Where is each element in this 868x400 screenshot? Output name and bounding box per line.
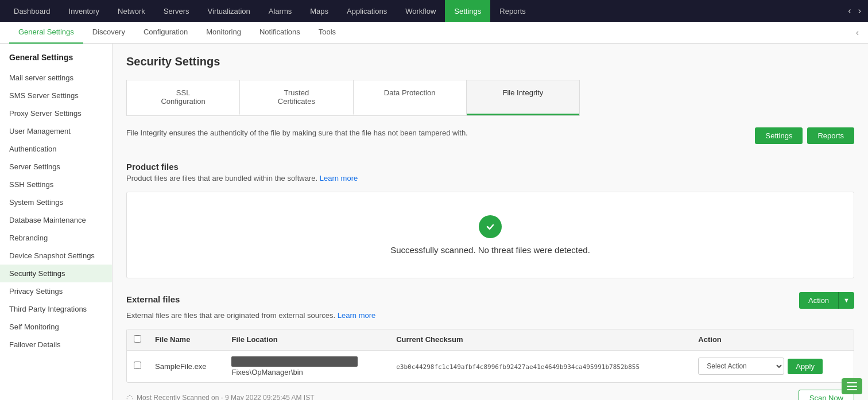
sub-navigation: General Settings Discovery Configuration… <box>0 22 868 44</box>
sidebar: General Settings Mail server settings SM… <box>0 44 113 400</box>
table-row: SampleFile.exe Fixes\OpManager\bin e3b0c… <box>127 350 854 382</box>
svg-rect-2 <box>847 389 857 390</box>
page-layout: General Settings Mail server settings SM… <box>0 44 868 400</box>
tab-trusted-certificates[interactable]: TrustedCertificates <box>240 80 353 115</box>
sidebar-item-server-settings[interactable]: Server Settings <box>0 158 112 176</box>
checksum-text: e3b0c44298fc1c149afbf4c8996fb92427ae41e4… <box>396 363 640 371</box>
subnav-discovery[interactable]: Discovery <box>83 22 134 44</box>
nav-item-settings[interactable]: Settings <box>445 0 490 22</box>
sidebar-item-self-monitoring[interactable]: Self Monitoring <box>0 318 112 336</box>
sidebar-item-system-settings[interactable]: System Settings <box>0 193 112 211</box>
sidebar-item-device-snapshot[interactable]: Device Snapshot Settings <box>0 247 112 265</box>
product-files-title: Product files <box>126 162 854 172</box>
redacted-location-bar <box>231 356 358 367</box>
sidebar-item-database-maintenance[interactable]: Database Maintenance <box>0 211 112 229</box>
top-nav-items: Dashboard Inventory Network Servers Virt… <box>5 0 846 22</box>
nav-item-network[interactable]: Network <box>108 0 154 22</box>
subnav-notifications[interactable]: Notifications <box>250 22 309 44</box>
table-header-checkbox <box>127 329 148 351</box>
row-action-group: Select Action Apply <box>698 358 847 375</box>
select-action-dropdown[interactable]: Select Action <box>698 358 784 375</box>
scan-footer: ◌ Most Recently Scanned on - 9 May 2022 … <box>126 390 854 401</box>
top-navigation: Dashboard Inventory Network Servers Virt… <box>0 0 868 22</box>
bottom-right-action-icon[interactable] <box>842 378 862 394</box>
external-action-button[interactable]: Action <box>799 292 838 309</box>
page-title: Security Settings <box>126 55 854 68</box>
product-files-desc: Product files are files that are bundled… <box>126 174 854 182</box>
security-tabs: SSLConfiguration TrustedCertificates Dat… <box>126 80 580 116</box>
file-location-text: Fixes\OpManager\bin <box>231 368 303 376</box>
scan-success-box: Successfully scanned. No threat files we… <box>126 192 854 278</box>
external-files-desc: External files are files that are origin… <box>126 311 854 320</box>
svg-rect-1 <box>847 386 857 387</box>
nav-item-virtualization[interactable]: Virtualization <box>199 0 259 22</box>
table-header-row: File Name File Location Current Checksum… <box>127 329 854 351</box>
apply-button[interactable]: Apply <box>788 359 823 374</box>
nav-arrows: ‹ › <box>846 6 863 16</box>
subnav-monitoring[interactable]: Monitoring <box>197 22 250 44</box>
sidebar-item-authentication[interactable]: Authentication <box>0 140 112 158</box>
row-action-cell: Select Action Apply <box>691 350 854 382</box>
scan-success-text: Successfully scanned. No threat files we… <box>390 245 590 255</box>
sidebar-item-security-settings[interactable]: Security Settings <box>0 265 112 282</box>
row-checkbox[interactable] <box>134 362 141 369</box>
nav-item-maps[interactable]: Maps <box>301 0 338 22</box>
row-checkbox-cell <box>127 350 148 382</box>
sidebar-title: General Settings <box>0 53 112 69</box>
external-files-title: External files <box>126 294 180 304</box>
nav-item-inventory[interactable]: Inventory <box>60 0 108 22</box>
nav-item-workflow[interactable]: Workflow <box>396 0 445 22</box>
subnav-tools[interactable]: Tools <box>309 22 345 44</box>
nav-item-servers[interactable]: Servers <box>154 0 199 22</box>
tab-ssl-configuration[interactable]: SSLConfiguration <box>127 80 240 115</box>
tab-data-protection[interactable]: Data Protection <box>354 80 467 115</box>
file-integrity-description: File Integrity ensures the authenticity … <box>126 127 468 139</box>
external-files-section: External files Action ▼ External files a… <box>126 292 854 383</box>
subnav-general-settings[interactable]: General Settings <box>9 22 83 44</box>
nav-item-alarms[interactable]: Alarms <box>259 0 301 22</box>
nav-prev-arrow[interactable]: ‹ <box>846 6 853 16</box>
col-header-checksum: Current Checksum <box>389 329 691 351</box>
nav-item-dashboard[interactable]: Dashboard <box>5 0 60 22</box>
sidebar-item-failover[interactable]: Failover Details <box>0 336 112 354</box>
scan-footer-left: ◌ Most Recently Scanned on - 9 May 2022 … <box>126 393 315 400</box>
external-files-table-container: File Name File Location Current Checksum… <box>126 329 854 383</box>
scan-timestamp: Most Recently Scanned on - 9 May 2022 09… <box>137 394 315 400</box>
nav-item-reports[interactable]: Reports <box>490 0 535 22</box>
sidebar-item-third-party[interactable]: Third Party Integrations <box>0 300 112 318</box>
external-files-learn-more[interactable]: Learn more <box>338 311 375 320</box>
row-checksum: e3b0c44298fc1c149afbf4c8996fb92427ae41e4… <box>389 350 691 382</box>
subnav-configuration[interactable]: Configuration <box>134 22 197 44</box>
settings-button[interactable]: Settings <box>755 127 803 144</box>
main-content: Security Settings SSLConfiguration Trust… <box>113 44 868 400</box>
sidebar-item-user-management[interactable]: User Management <box>0 122 112 140</box>
sidebar-item-rebranding[interactable]: Rebranding <box>0 229 112 247</box>
success-icon <box>479 215 502 238</box>
external-action-caret[interactable]: ▼ <box>838 292 854 309</box>
col-header-filename: File Name <box>148 329 224 351</box>
select-all-checkbox[interactable] <box>134 335 141 343</box>
product-files-section: Product files Product files are files th… <box>126 162 854 278</box>
col-header-location: File Location <box>224 329 389 351</box>
sidebar-item-proxy-server[interactable]: Proxy Server Settings <box>0 104 112 122</box>
sidebar-item-privacy-settings[interactable]: Privacy Settings <box>0 282 112 300</box>
nav-next-arrow[interactable]: › <box>856 6 863 16</box>
tab-file-integrity[interactable]: File Integrity <box>467 80 579 115</box>
external-action-button-group: Action ▼ <box>799 292 854 309</box>
clock-icon: ◌ <box>126 393 133 400</box>
nav-item-applications[interactable]: Applications <box>338 0 396 22</box>
product-files-learn-more[interactable]: Learn more <box>320 174 358 182</box>
subnav-back-arrow[interactable]: ‹ <box>856 28 859 38</box>
reports-button[interactable]: Reports <box>807 127 854 144</box>
svg-rect-0 <box>847 382 857 383</box>
sidebar-item-sms-server[interactable]: SMS Server Settings <box>0 87 112 104</box>
row-filename: SampleFile.exe <box>148 350 224 382</box>
row-location: Fixes\OpManager\bin <box>224 350 389 382</box>
external-files-header: External files Action ▼ <box>126 292 854 309</box>
external-files-table: File Name File Location Current Checksum… <box>127 329 854 382</box>
sidebar-item-mail-server[interactable]: Mail server settings <box>0 69 112 87</box>
sidebar-item-ssh-settings[interactable]: SSH Settings <box>0 176 112 193</box>
col-header-action: Action <box>691 329 854 351</box>
